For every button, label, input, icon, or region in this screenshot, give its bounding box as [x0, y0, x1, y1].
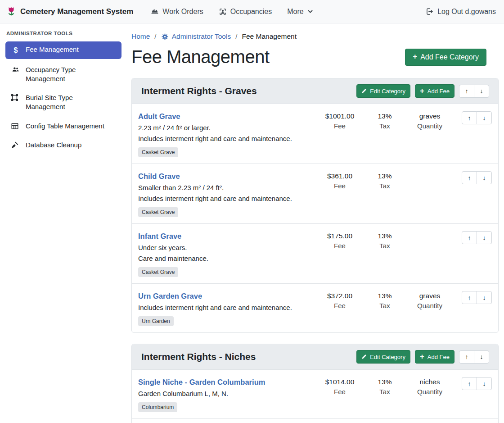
hard-hat-icon — [151, 8, 159, 16]
move-fee-down-button[interactable]: ↓ — [477, 111, 492, 124]
logout-link[interactable]: Log Out d.gowans — [418, 7, 498, 16]
move-category-up-button[interactable]: ↑ — [459, 85, 474, 98]
breadcrumb-admin-tools-label: Administrator Tools — [172, 32, 231, 41]
sidebar-section-title: ADMINISTRATOR TOOLS — [5, 31, 122, 41]
logout-icon — [425, 7, 434, 16]
broom-icon — [11, 141, 21, 149]
fee-name-link[interactable]: Child Grave — [138, 171, 180, 181]
tax-label: Tax — [364, 242, 405, 250]
move-fee-down-button[interactable]: ↓ — [477, 231, 492, 244]
nav-work-orders-label: Work Orders — [162, 8, 203, 16]
breadcrumb-home-link[interactable]: Home — [131, 32, 150, 41]
fee-info: Single Niche - Garden Columbarium Garden… — [138, 377, 315, 412]
fee-amount-label: Fee — [315, 242, 364, 250]
fee-reorder-group: ↑ ↓ — [462, 231, 492, 244]
move-fee-up-button[interactable]: ↑ — [462, 111, 477, 124]
vector-square-icon — [11, 94, 21, 101]
page-layout: ADMINISTRATOR TOOLS $ Fee Management Occ… — [0, 23, 504, 423]
tax-label: Tax — [364, 302, 405, 309]
sidebar: ADMINISTRATOR TOOLS $ Fee Management Occ… — [0, 23, 127, 423]
add-fee-button[interactable]: + Add Fee — [415, 84, 454, 98]
add-fee-category-button[interactable]: + Add Fee Category — [405, 49, 486, 66]
fee-description: Smaller than 2.23 m² / 24 ft². — [138, 182, 311, 193]
quantity-unit: graves — [405, 112, 454, 120]
fee-amount: $1014.00 — [315, 378, 364, 386]
move-fee-up-button[interactable]: ↑ — [462, 291, 477, 304]
edit-category-label: Edit Category — [370, 354, 405, 360]
sidebar-item-occupancy-type-management[interactable]: Occupancy Type Management — [5, 62, 122, 87]
fee-row: Adult Grave 2.23 m² / 24 ft² or larger. … — [132, 104, 498, 164]
sidebar-item-config-table-management[interactable]: Config Table Management — [5, 118, 122, 134]
move-category-down-button[interactable]: ↓ — [474, 350, 489, 364]
tax-value: 13% — [364, 378, 405, 386]
quantity-column — [405, 231, 454, 232]
fee-row: Child Grave Smaller than 2.23 m² / 24 ft… — [132, 164, 498, 224]
add-fee-category-label: Add Fee Category — [420, 53, 479, 61]
sidebar-item-burial-site-type-management[interactable]: Burial Site Type Management — [5, 90, 122, 115]
nav-occupancies[interactable]: Occupancies — [211, 8, 280, 16]
breadcrumb-admin-tools-link[interactable]: Administrator Tools — [161, 32, 231, 41]
fee-amount-label: Fee — [315, 388, 364, 396]
arrow-up-icon: ↑ — [465, 88, 468, 94]
edit-category-button[interactable]: Edit Category — [356, 84, 410, 98]
move-fee-down-button[interactable]: ↓ — [477, 291, 492, 304]
fee-name-link[interactable]: Urn Garden Grave — [138, 291, 202, 301]
move-category-down-button[interactable]: ↓ — [474, 85, 489, 98]
nav-more[interactable]: More — [279, 8, 320, 16]
move-category-up-button[interactable]: ↑ — [459, 350, 474, 364]
quantity-label: Quantity — [405, 302, 454, 309]
tax-column: 13% Tax — [364, 377, 405, 396]
tax-label: Tax — [364, 388, 405, 396]
fee-category-card-niches: Interment Rights - Niches Edit Category … — [131, 344, 499, 423]
category-actions: Edit Category + Add Fee ↑ ↓ — [356, 84, 489, 98]
fee-reorder-group: ↑ ↓ — [462, 377, 492, 390]
fee-description: Includes interment right and care and ma… — [138, 193, 311, 204]
plus-icon: + — [413, 53, 417, 60]
fee-type-badge: Casket Grave — [138, 207, 178, 217]
move-fee-up-button[interactable]: ↑ — [462, 171, 477, 184]
quantity-column: niches Quantity — [405, 377, 454, 396]
edit-category-button[interactable]: Edit Category — [356, 350, 410, 364]
page-title: Fee Management — [131, 47, 270, 67]
fee-reorder-group: ↑ ↓ — [462, 111, 492, 124]
nav-work-orders[interactable]: Work Orders — [143, 8, 211, 16]
fee-amount: $361.00 — [315, 172, 364, 180]
main-content: Home / Administrator Tools — [127, 23, 504, 423]
category-reorder-group: ↑ ↓ — [459, 85, 489, 98]
fee-category-card-graves: Interment Rights - Graves Edit Category … — [131, 78, 499, 333]
sidebar-item-fee-management[interactable]: $ Fee Management — [5, 41, 122, 59]
fee-row: Urn Garden Grave Includes interment righ… — [132, 284, 498, 332]
quantity-label: Quantity — [405, 122, 454, 130]
fee-info: Child Grave Smaller than 2.23 m² / 24 ft… — [138, 171, 315, 217]
move-fee-down-button[interactable]: ↓ — [477, 377, 492, 390]
sidebar-item-label: Burial Site Type Management — [26, 93, 107, 112]
table-icon — [11, 122, 21, 130]
fee-name-link[interactable]: Adult Grave — [138, 111, 180, 121]
quantity-label: Quantity — [405, 388, 454, 396]
arrow-down-icon: ↓ — [483, 381, 486, 387]
move-fee-up-button[interactable]: ↑ — [462, 231, 477, 244]
fee-name-link[interactable]: Infant Grave — [138, 231, 181, 241]
add-fee-button[interactable]: + Add Fee — [415, 350, 454, 364]
breadcrumb-separator: / — [235, 32, 237, 41]
gear-icon — [161, 33, 169, 41]
fee-row: Infant Grave Under six years. Care and m… — [132, 224, 498, 284]
arrow-up-icon: ↑ — [468, 115, 471, 121]
sidebar-item-database-cleanup[interactable]: Database Cleanup — [5, 137, 122, 153]
fee-amount: $175.00 — [315, 232, 364, 240]
fee-description: Includes interment right and care and ma… — [138, 133, 311, 144]
move-fee-down-button[interactable]: ↓ — [477, 171, 492, 184]
dollar-icon: $ — [11, 45, 21, 55]
quantity-column — [405, 171, 454, 172]
arrow-down-icon: ↓ — [480, 88, 483, 94]
arrow-down-icon: ↓ — [483, 295, 486, 301]
fee-name-link[interactable]: Single Niche - Garden Columbarium — [138, 377, 265, 387]
add-fee-label: Add Fee — [428, 88, 450, 95]
move-fee-up-button[interactable]: ↑ — [462, 377, 477, 390]
app-brand[interactable]: Cemetery Management System — [6, 6, 133, 18]
fee-amount: $1001.00 — [315, 112, 364, 120]
fee-row: Single Niche - Garden Columbarium Garden… — [132, 370, 498, 419]
fee-type-badge: Casket Grave — [138, 147, 178, 157]
fee-amount: $372.00 — [315, 292, 364, 300]
fee-description: Care and maintenance. — [138, 253, 311, 264]
